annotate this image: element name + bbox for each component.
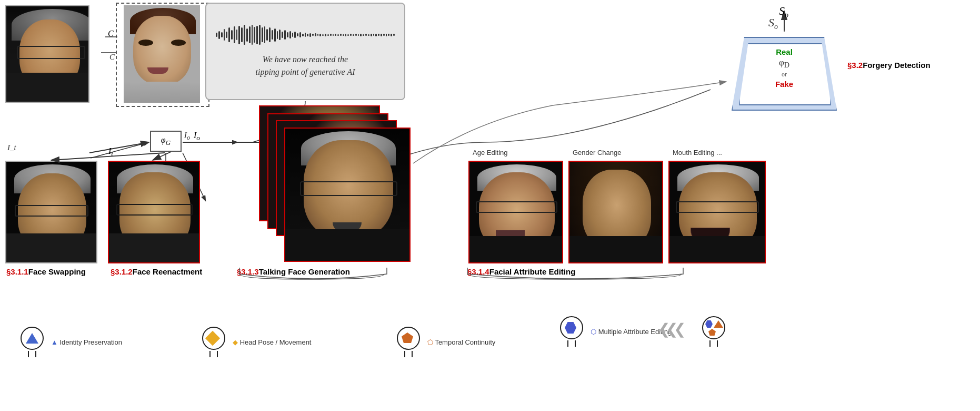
chevron-arrows: ❮❮❮ — [658, 320, 682, 338]
mouth-editing-label: Mouth Editing ... — [673, 149, 722, 156]
it-arrow-label: It — [108, 146, 113, 158]
it-label: I_t — [7, 143, 16, 152]
talking-face-front — [284, 128, 411, 262]
face-reenact-result — [108, 161, 200, 263]
c-label-top: C — [108, 29, 114, 38]
attr-mouth-image — [668, 161, 766, 263]
forgery-detection-box: So Real φD or Fake — [726, 32, 842, 119]
io-label: Io — [184, 131, 190, 142]
speech-bubble: We have now reached the tipping point of… — [205, 3, 405, 100]
forgery-detection-label: §3.2Forgery Detection — [847, 61, 931, 70]
face-swap-result — [5, 161, 97, 263]
age-editing-label: Age Editing — [473, 149, 508, 156]
attr-age-image — [468, 161, 563, 263]
attr-gender-image — [568, 161, 663, 263]
speech-text: We have now reached the tipping point of… — [255, 53, 355, 79]
c-label: C — [109, 53, 115, 62]
svg-line-0 — [91, 142, 148, 158]
source-face-image — [5, 5, 89, 103]
section-face-swapping: §3.1.1Face Swapping — [6, 267, 86, 276]
section-talking-face: §3.1.3Talking Face Generation — [237, 267, 350, 276]
final-legend-icon — [700, 316, 727, 347]
legend-multiple: ⬡ Multiple Attribute Editing — [558, 316, 672, 347]
svg-line-10 — [51, 153, 165, 160]
svg-line-11 — [153, 152, 171, 160]
legend-head-pose: ◆ Head Pose / Movement — [200, 327, 311, 357]
diagram: I_t C — [0, 0, 980, 411]
so-label: So — [768, 16, 778, 31]
target-face-image — [124, 5, 200, 103]
legend-identity: ▲ Identity Preservation — [18, 327, 122, 357]
legend-temporal: ⬠ Temporal Continuity — [395, 327, 495, 357]
section-attr-editing: §3.1.4Facial Attribute Editing — [467, 267, 575, 276]
gender-change-label: Gender Change — [573, 149, 622, 156]
io-arrow-label: Io — [194, 131, 200, 142]
section-face-reenactment: §3.1.2Face Reenactment — [111, 267, 202, 276]
waveform — [216, 24, 395, 45]
svg-line-8 — [89, 142, 149, 153]
so-top-label: So — [779, 4, 788, 19]
generator-box: φG — [150, 131, 182, 152]
